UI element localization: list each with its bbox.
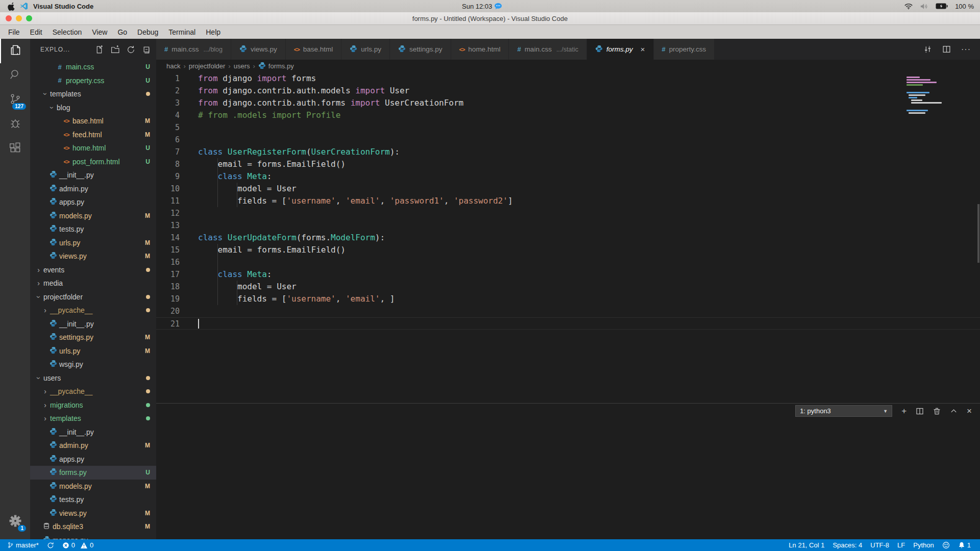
menu-file[interactable]: File: [3, 25, 25, 39]
tree-item-__pycache__[interactable]: ›__pycache__: [30, 304, 156, 317]
tab-settings.py[interactable]: settings.py: [390, 39, 451, 60]
language-indicator[interactable]: Python: [909, 541, 938, 549]
problems-indicator[interactable]: 0 0: [58, 541, 97, 549]
tree-item-settings.py[interactable]: settings.pyM: [30, 331, 156, 344]
encoding-indicator[interactable]: UTF-8: [866, 541, 893, 549]
terminal-session-select[interactable]: 1: python3 ▼: [795, 405, 892, 417]
tree-item-home.html[interactable]: <>home.htmlU: [30, 141, 156, 155]
explorer-activity-button[interactable]: [0, 39, 30, 63]
close-panel-icon[interactable]: ×: [967, 407, 972, 415]
menu-go[interactable]: Go: [112, 25, 132, 39]
tree-item-media[interactable]: ›media: [30, 277, 156, 290]
source-control-activity-button[interactable]: 127: [0, 88, 30, 112]
indentation-indicator[interactable]: Spaces: 4: [828, 541, 866, 549]
breadcrumb-item[interactable]: users: [234, 62, 250, 70]
new-file-icon[interactable]: [95, 45, 104, 54]
tree-item-events[interactable]: ›events: [30, 263, 156, 277]
tree-item-post_form.html[interactable]: <>post_form.htmlU: [30, 155, 156, 169]
tree-item-db.sqlite3[interactable]: db.sqlite3M: [30, 520, 156, 534]
tree-item-manage.py[interactable]: manage.py: [30, 534, 156, 540]
zoom-window-button[interactable]: [26, 15, 32, 21]
close-window-button[interactable]: [6, 15, 12, 21]
tab-home.html[interactable]: <>home.html: [451, 39, 509, 60]
breadcrumb[interactable]: hack›projectfolder›users›forms.py: [156, 60, 980, 72]
split-terminal-icon[interactable]: [916, 407, 924, 415]
tree-item-templates[interactable]: ›templates: [30, 412, 156, 425]
tree-item-templates[interactable]: ›templates: [30, 87, 156, 101]
tree-item-blog[interactable]: ›blog: [30, 101, 156, 115]
window-title-bar[interactable]: forms.py - Untitled (Workspace) - Visual…: [0, 12, 980, 25]
menu-edit[interactable]: Edit: [25, 25, 47, 39]
more-actions-icon[interactable]: ···: [961, 45, 971, 54]
menu-selection[interactable]: Selection: [47, 25, 87, 39]
feedback-button[interactable]: [938, 541, 954, 549]
tree-item-__init__.py[interactable]: __init__.py: [30, 168, 156, 182]
search-activity-button[interactable]: [0, 63, 30, 88]
tab-main.css[interactable]: #main.css.../static: [509, 39, 587, 60]
tree-item-migrations[interactable]: ›migrations: [30, 398, 156, 412]
tab-urls.py[interactable]: urls.py: [341, 39, 390, 60]
tree-item-wsgi.py[interactable]: wsgi.py: [30, 358, 156, 371]
tree-item-property.css[interactable]: #property.cssU: [30, 74, 156, 88]
breadcrumb-file[interactable]: forms.py: [258, 62, 294, 71]
tree-item-forms.py[interactable]: forms.pyU: [30, 466, 156, 480]
tab-forms.py[interactable]: forms.py×: [587, 39, 654, 60]
notifications-bell[interactable]: 1: [954, 541, 975, 549]
menu-terminal[interactable]: Terminal: [163, 25, 201, 39]
battery-icon[interactable]: [936, 3, 948, 9]
breadcrumb-item[interactable]: hack: [166, 62, 180, 70]
tab-property.css[interactable]: #property.css: [654, 39, 715, 60]
minimap[interactable]: [906, 77, 938, 115]
tree-item-models.py[interactable]: models.pyM: [30, 209, 156, 223]
tab-base.html[interactable]: <>base.html: [286, 39, 341, 60]
breadcrumb-item[interactable]: projectfolder: [189, 62, 226, 70]
open-changes-icon[interactable]: [923, 45, 932, 54]
tree-item-projectfolder[interactable]: ›projectfolder: [30, 290, 156, 304]
tree-item-__init__.py[interactable]: __init__.py: [30, 317, 156, 331]
menu-debug[interactable]: Debug: [132, 25, 163, 39]
git-branch-indicator[interactable]: master*: [3, 541, 43, 549]
menu-help[interactable]: Help: [201, 25, 226, 39]
close-icon[interactable]: ×: [641, 45, 645, 54]
volume-icon[interactable]: [920, 3, 928, 10]
menu-view[interactable]: View: [87, 25, 112, 39]
sync-button[interactable]: [43, 542, 58, 549]
tree-item-__pycache__[interactable]: ›__pycache__: [30, 385, 156, 398]
tree-item-users[interactable]: ›users: [30, 371, 156, 385]
tree-item-apps.py[interactable]: apps.py: [30, 453, 156, 466]
tree-item-tests.py[interactable]: tests.py: [30, 222, 156, 236]
kill-terminal-icon[interactable]: [933, 407, 941, 415]
tab-main.css[interactable]: #main.css.../blog: [156, 39, 231, 60]
tree-item-models.py[interactable]: models.pyM: [30, 480, 156, 493]
eol-indicator[interactable]: LF: [893, 541, 909, 549]
message-bubble-icon[interactable]: [494, 3, 502, 10]
wifi-icon[interactable]: [904, 3, 913, 10]
editor-scrollbar[interactable]: [977, 204, 979, 263]
tree-item-tests.py[interactable]: tests.py: [30, 493, 156, 507]
tree-item-urls.py[interactable]: urls.pyM: [30, 236, 156, 250]
cursor-position[interactable]: Ln 21, Col 1: [785, 541, 828, 549]
terminal-output[interactable]: [156, 418, 980, 422]
tree-item-views.py[interactable]: views.pyM: [30, 507, 156, 520]
new-folder-icon[interactable]: [111, 45, 119, 54]
debug-activity-button[interactable]: [0, 112, 30, 137]
code-editor[interactable]: 1from django import forms2from django.co…: [156, 72, 980, 403]
extensions-activity-button[interactable]: [0, 137, 30, 161]
tree-item-views.py[interactable]: views.pyM: [30, 249, 156, 263]
tree-item-feed.html[interactable]: <>feed.htmlM: [30, 128, 156, 142]
apple-icon[interactable]: [7, 2, 15, 11]
tree-item-__init__.py[interactable]: __init__.py: [30, 425, 156, 439]
minimize-window-button[interactable]: [16, 15, 22, 21]
settings-button[interactable]: 1: [0, 510, 30, 534]
collapse-all-icon[interactable]: [142, 45, 151, 54]
system-app-name[interactable]: Visual Studio Code: [33, 3, 93, 10]
tree-item-admin.py[interactable]: admin.pyM: [30, 439, 156, 453]
tab-views.py[interactable]: views.py: [231, 39, 286, 60]
tree-item-main.css[interactable]: #main.cssU: [30, 60, 156, 74]
tree-item-admin.py[interactable]: admin.py: [30, 182, 156, 196]
split-editor-icon[interactable]: [942, 45, 951, 54]
refresh-icon[interactable]: [127, 45, 135, 54]
tree-item-base.html[interactable]: <>base.htmlM: [30, 114, 156, 128]
tree-item-urls.py[interactable]: urls.pyM: [30, 344, 156, 358]
tree-item-apps.py[interactable]: apps.py: [30, 195, 156, 209]
